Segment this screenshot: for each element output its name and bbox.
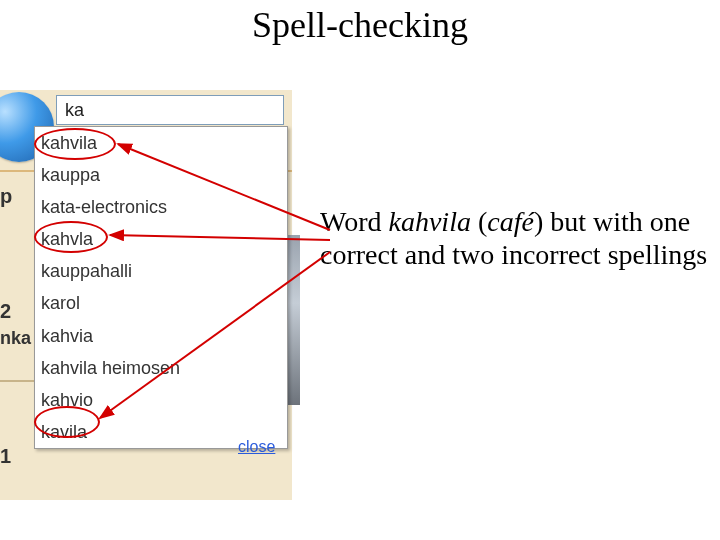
map-fragment-1: 1 — [0, 445, 11, 468]
caption-word: kahvila — [389, 206, 471, 237]
caption-translation: café — [487, 206, 534, 237]
caption-pre: Word — [320, 206, 389, 237]
suggestion-item[interactable]: karol — [35, 287, 287, 319]
caption-paren-open: ( — [471, 206, 487, 237]
search-input[interactable]: ka — [56, 95, 284, 125]
suggestion-item[interactable]: kahvio — [35, 384, 287, 416]
close-link[interactable]: close — [238, 438, 275, 456]
suggestion-item[interactable]: kauppahalli — [35, 255, 287, 287]
suggestion-item[interactable]: kahvila heimosen — [35, 352, 287, 384]
slide-title: Spell-checking — [0, 4, 720, 46]
suggestion-item[interactable]: kauppa — [35, 159, 287, 191]
map-fragment-nka: nka — [0, 328, 31, 349]
map-fragment-p: p — [0, 185, 12, 208]
suggestion-item[interactable]: kata-electronics — [35, 191, 287, 223]
map-fragment-2: 2 — [0, 300, 11, 323]
suggestion-item[interactable]: kahvia — [35, 320, 287, 352]
suggestion-item[interactable]: kahvila — [35, 127, 287, 159]
suggestion-dropdown: kahvila kauppa kata-electronics kahvla k… — [34, 126, 288, 449]
suggestion-item[interactable]: kahvla — [35, 223, 287, 255]
annotation-caption: Word kahvila (café) but with one correct… — [320, 205, 710, 271]
